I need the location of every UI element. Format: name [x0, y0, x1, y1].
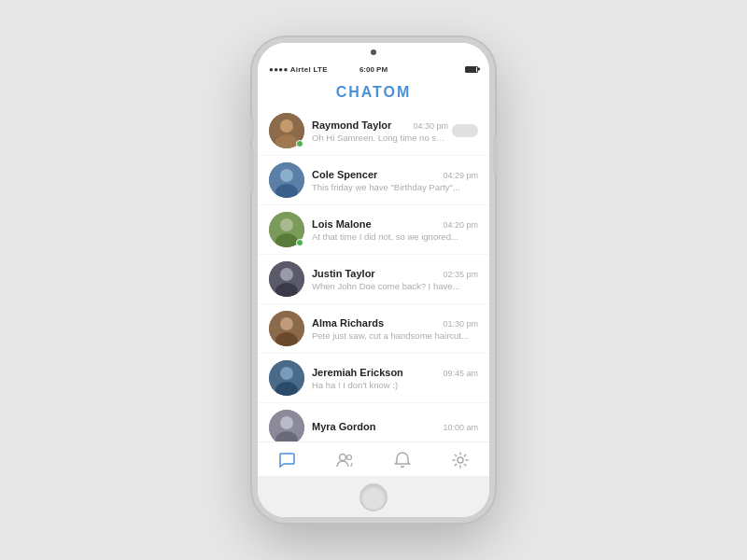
avatar-image — [269, 311, 304, 346]
svg-point-16 — [280, 367, 293, 380]
chat-preview: At that time I did not, so we ignored... — [312, 231, 478, 242]
tab-settings[interactable] — [450, 450, 471, 470]
chat-name: Cole Spencer — [312, 169, 377, 180]
tab-bar — [258, 441, 489, 476]
battery-area — [465, 66, 478, 73]
avatar-wrap — [269, 360, 304, 396]
tab-notifications[interactable] — [392, 450, 413, 470]
svg-point-1 — [280, 119, 293, 133]
gear-icon — [451, 451, 470, 469]
avatar-wrap — [269, 410, 304, 441]
contacts-icon — [335, 451, 354, 469]
chat-info: Alma Richards 01:30 pm Pete just saw, cu… — [312, 317, 478, 341]
app-title: CHATOM — [336, 84, 412, 101]
chat-name-row: Cole Spencer 04:29 pm — [312, 169, 478, 180]
chat-item-myra-gordon[interactable]: Myra Gordon 10:00 am — [258, 403, 489, 441]
tab-chat[interactable] — [276, 450, 297, 470]
chat-name: Justin Taylor — [312, 268, 375, 279]
svg-point-23 — [458, 457, 463, 463]
chat-info: Lois Malone 04:20 pm At that time I did … — [312, 218, 478, 242]
chat-name: Jeremiah Erickson — [312, 367, 403, 378]
avatar — [269, 311, 304, 346]
chat-icon — [277, 451, 296, 469]
chat-preview: Oh Hi Samreen. Long time no see! — [312, 133, 448, 143]
online-indicator — [296, 140, 303, 147]
status-bar: ●●●● Airtel LTE 6:00 PM — [258, 62, 489, 77]
chat-name: Raymond Taylor — [312, 119, 391, 131]
svg-point-7 — [280, 218, 293, 231]
carrier-text: ●●●● Airtel LTE — [269, 65, 328, 74]
phone-frame: ●●●● Airtel LTE 6:00 PM CHATOM — [252, 37, 495, 523]
chat-name: Alma Richards — [312, 317, 384, 329]
chat-time: 01:30 pm — [443, 319, 478, 329]
chat-info: Jeremiah Erickson 09:45 am Ha ha ! I don… — [312, 367, 478, 390]
svg-point-22 — [347, 455, 352, 460]
home-button-area — [258, 476, 489, 517]
avatar — [269, 360, 304, 396]
avatar-wrap — [269, 311, 304, 346]
chat-time: 09:45 am — [443, 369, 478, 378]
chat-item-justin-taylor[interactable]: Justin Taylor 02:35 pm When John Doe com… — [258, 255, 489, 304]
svg-point-10 — [280, 268, 293, 281]
avatar — [269, 261, 304, 297]
avatar-image — [269, 410, 304, 441]
chat-info: Cole Spencer 04:29 pm This friday we hav… — [312, 169, 478, 192]
svg-point-21 — [340, 455, 346, 461]
chat-name: Myra Gordon — [312, 421, 375, 432]
battery-fill — [466, 67, 476, 72]
chat-item-lois-malone[interactable]: Lois Malone 04:20 pm At that time I did … — [258, 205, 489, 255]
battery-icon — [465, 66, 478, 73]
avatar-image — [269, 360, 304, 396]
svg-point-4 — [280, 169, 293, 182]
phone-top-bar — [258, 43, 489, 62]
chat-name-row: Lois Malone 04:20 pm — [312, 218, 478, 230]
chat-time: 02:35 pm — [443, 270, 478, 279]
chat-info: Raymond Taylor 04:30 pm Oh Hi Samreen. L… — [312, 119, 448, 143]
chat-name-row: Justin Taylor 02:35 pm — [312, 268, 478, 279]
avatar — [269, 410, 304, 441]
home-button[interactable] — [359, 483, 388, 511]
chat-name-row: Myra Gordon 10:00 am — [312, 421, 478, 432]
svg-point-13 — [280, 317, 293, 330]
bell-icon — [393, 451, 412, 469]
chat-item-raymond-taylor[interactable]: Raymond Taylor 04:30 pm Oh Hi Samreen. L… — [258, 106, 489, 156]
chat-name-row: Jeremiah Erickson 09:45 am — [312, 367, 478, 378]
chat-name: Lois Malone — [312, 218, 372, 230]
chat-time: 10:00 am — [443, 423, 478, 432]
svg-point-19 — [280, 416, 293, 429]
avatar-image — [269, 162, 304, 198]
chat-preview: When John Doe come back? I have... — [312, 281, 478, 291]
time-text: 6:00 PM — [359, 65, 388, 74]
camera-dot — [371, 49, 376, 55]
chat-time: 04:29 pm — [443, 171, 478, 180]
chat-item-jeremiah-erickson[interactable]: Jeremiah Erickson 09:45 am Ha ha ! I don… — [258, 354, 489, 403]
avatar — [269, 162, 304, 198]
avatar-wrap — [269, 261, 304, 297]
chat-list: Raymond Taylor 04:30 pm Oh Hi Samreen. L… — [258, 106, 489, 441]
unread-indicator — [452, 124, 478, 137]
chat-name-row: Alma Richards 01:30 pm — [312, 317, 478, 329]
tab-contacts[interactable] — [334, 450, 355, 470]
avatar-wrap — [269, 162, 304, 198]
chat-preview: Ha ha ! I don't know :) — [312, 380, 478, 390]
chat-item-alma-richards[interactable]: Alma Richards 01:30 pm Pete just saw, cu… — [258, 304, 489, 354]
chat-time: 04:20 pm — [443, 220, 478, 230]
avatar-image — [269, 261, 304, 297]
phone-screen: ●●●● Airtel LTE 6:00 PM CHATOM — [258, 43, 489, 517]
chat-item-cole-spencer[interactable]: Cole Spencer 04:29 pm This friday we hav… — [258, 156, 489, 205]
chat-preview: This friday we have "Birthday Party"... — [312, 182, 478, 192]
avatar-wrap — [269, 113, 304, 148]
chat-name-row: Raymond Taylor 04:30 pm — [312, 119, 448, 131]
chat-preview: Pete just saw, cut a handsome haircut... — [312, 330, 478, 341]
chat-info: Myra Gordon 10:00 am — [312, 421, 478, 434]
online-indicator — [296, 239, 303, 246]
app-header: CHATOM — [258, 77, 489, 106]
chat-time: 04:30 pm — [413, 121, 448, 131]
avatar-wrap — [269, 212, 304, 247]
chat-info: Justin Taylor 02:35 pm When John Doe com… — [312, 268, 478, 291]
